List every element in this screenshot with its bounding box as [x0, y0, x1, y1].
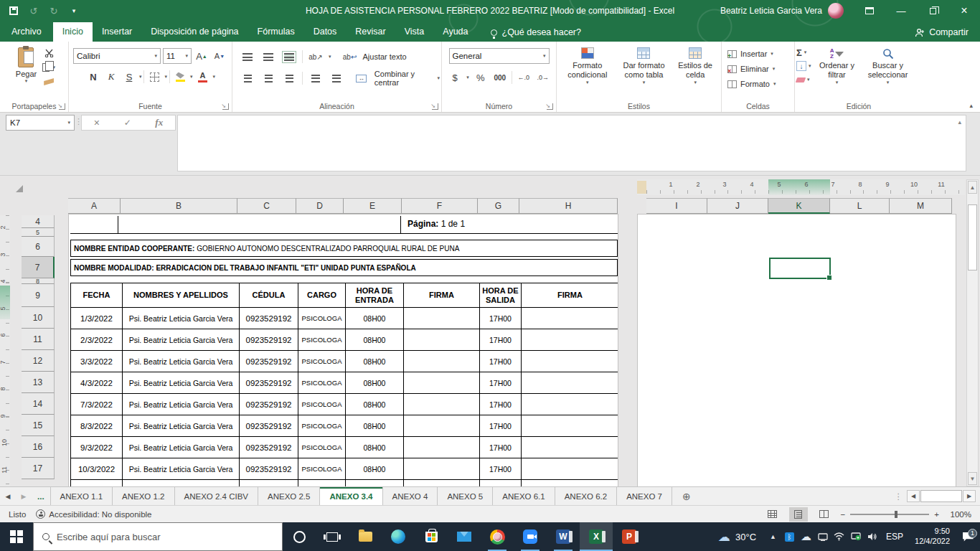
table-cell[interactable]: 0923529192	[240, 308, 298, 329]
ribbon-tab-datos[interactable]: Datos	[304, 22, 347, 42]
table-cell[interactable]	[404, 372, 480, 393]
row-header-16[interactable]: 16	[22, 436, 55, 458]
table-cell[interactable]	[522, 329, 618, 350]
language-indicator[interactable]: ESP	[880, 532, 909, 542]
table-cell[interactable]	[522, 394, 618, 415]
borders-icon[interactable]	[146, 69, 162, 85]
table-cell[interactable]	[522, 308, 618, 329]
table-cell[interactable]: 17H00	[480, 372, 522, 393]
sheet-ellipsis[interactable]: ...	[32, 487, 50, 505]
onedrive-icon[interactable]: ☁	[798, 530, 814, 543]
sheet-tab-anexo-1-1[interactable]: ANEXO 1.1	[50, 487, 113, 505]
table-header-cell[interactable]: FIRMA	[404, 283, 480, 307]
horizontal-scrollbar[interactable]: ◀ ▶	[907, 490, 976, 502]
restore-icon[interactable]	[917, 0, 948, 22]
column-header-L[interactable]: L	[830, 198, 890, 214]
row-header-12[interactable]: 12	[22, 350, 55, 372]
table-cell[interactable]: 0923529192	[240, 351, 298, 372]
table-cell[interactable]: 7/3/2022	[71, 394, 123, 415]
word-button[interactable]: W	[547, 522, 580, 551]
hscroll-right-icon[interactable]: ▶	[963, 490, 976, 502]
table-cell[interactable]	[522, 372, 618, 393]
table-cell[interactable]	[404, 458, 480, 479]
table-cell[interactable]: 17H00	[480, 458, 522, 479]
table-cell[interactable]: PSICOLOGA	[298, 437, 346, 458]
file-explorer-button[interactable]	[349, 522, 382, 551]
table-cell[interactable]: 17H00	[480, 329, 522, 350]
row-header-13[interactable]: 13	[22, 372, 55, 393]
zoom-in-icon[interactable]: +	[934, 510, 939, 519]
column-header-C[interactable]: C	[237, 198, 296, 214]
row-header-5[interactable]: 5	[22, 228, 55, 237]
wifi-icon[interactable]	[831, 532, 847, 541]
table-cell[interactable]	[404, 351, 480, 372]
column-header-J[interactable]: J	[707, 198, 768, 214]
vertical-scrollbar[interactable]: ▲ ▼	[966, 179, 979, 486]
collapse-ribbon-icon[interactable]: ▴	[969, 102, 973, 109]
hscroll-left-icon[interactable]: ◀	[907, 490, 920, 502]
table-cell[interactable]: PSICOLOGA	[298, 329, 346, 350]
row-header-4[interactable]: 4	[22, 215, 55, 228]
table-cell[interactable]: 4/3/2022	[71, 372, 123, 393]
table-cell[interactable]	[404, 437, 480, 458]
increase-indent-icon[interactable]	[329, 70, 344, 86]
formula-input[interactable]	[177, 115, 966, 171]
row-header-7[interactable]: 7	[22, 257, 55, 278]
next-sheet-icon[interactable]: ▶	[16, 487, 32, 505]
font-size-select[interactable]: 11▾	[163, 48, 192, 64]
table-cell[interactable]	[522, 458, 618, 479]
sheet-tab-anexo-6-1[interactable]: ANEXO 6.1	[493, 487, 555, 505]
number-dialog-launcher-icon[interactable]	[547, 103, 553, 110]
format-cells-button[interactable]: Formato▾	[727, 78, 793, 90]
column-header-A[interactable]: A	[68, 198, 121, 214]
table-cell[interactable]: 17H00	[480, 415, 522, 436]
table-cell[interactable]: 17H00	[480, 437, 522, 458]
task-view-button[interactable]	[316, 522, 349, 551]
mail-button[interactable]	[448, 522, 481, 551]
table-cell[interactable]: 0923529192	[240, 329, 298, 350]
entity-cell[interactable]: NOMBRE ENTIDAD COOPERANTE: GOBIERNO AUTO…	[70, 240, 618, 257]
column-header-I[interactable]: I	[646, 198, 707, 214]
sheet-tab-anexo-5[interactable]: ANEXO 5	[438, 487, 493, 505]
sheet-tab-anexo-2-5[interactable]: ANEXO 2.5	[258, 487, 320, 505]
table-cell[interactable]	[404, 415, 480, 436]
weather-widget[interactable]: ☁ 30°C	[710, 529, 765, 545]
wrap-text-button[interactable]: Ajustar texto	[363, 52, 407, 61]
underline-button[interactable]: S	[121, 69, 137, 85]
table-cell[interactable]: 11/3/2022	[71, 480, 123, 486]
merge-center-icon[interactable]: ↔	[354, 70, 369, 86]
column-header-B[interactable]: B	[121, 198, 237, 214]
row-header-15[interactable]: 15	[22, 415, 55, 436]
table-cell[interactable]: PSICOLOGA	[298, 394, 346, 415]
clock[interactable]: 9:50 12/4/2022	[909, 527, 956, 547]
table-cell[interactable]: 08H00	[346, 437, 404, 458]
bluetooth-icon[interactable]: ᛒ	[781, 532, 798, 542]
table-cell[interactable]: PSICOLOGA	[298, 372, 346, 393]
table-cell[interactable]: 08H00	[346, 415, 404, 436]
bold-button[interactable]: N	[85, 69, 101, 85]
modality-cell[interactable]: NOMBRE MODALIDAD: ERRADICACION DEL TRABA…	[70, 259, 618, 276]
ribbon-tab-archivo[interactable]: Archivo	[0, 22, 53, 42]
table-cell[interactable]: 17H00	[480, 394, 522, 415]
ribbon-tab-inicio[interactable]: Inicio	[53, 22, 93, 42]
formula-bar-collapse-icon[interactable]: ▴	[958, 118, 961, 126]
prev-sheet-icon[interactable]: ◀	[0, 487, 16, 505]
zoom-app-button[interactable]	[514, 522, 547, 551]
table-cell[interactable]: 8/3/2022	[71, 415, 123, 436]
table-header-cell[interactable]: FIRMA	[522, 283, 618, 307]
table-cell[interactable]: 17H00	[480, 308, 522, 329]
merge-center-button[interactable]: Combinar y centrar	[374, 70, 433, 87]
action-center-button[interactable]: 1	[956, 532, 980, 542]
format-as-table-button[interactable]: Dar formato como tabla ▾	[618, 46, 669, 99]
row-header-9[interactable]: 9	[22, 284, 55, 307]
page-layout-view-icon[interactable]	[789, 507, 808, 522]
taskbar-search[interactable]: Escribe aquí para buscar	[33, 522, 283, 551]
decrease-decimal-icon[interactable]: .0→	[535, 70, 551, 85]
table-cell[interactable]: 08H00	[346, 394, 404, 415]
table-cell[interactable]: 17H00	[480, 480, 522, 486]
table-cell[interactable]: 08H00	[346, 308, 404, 329]
enter-icon[interactable]: ✓	[124, 118, 131, 128]
table-cell[interactable]: 08H00	[346, 480, 404, 486]
align-middle-icon[interactable]	[260, 49, 276, 65]
display-status-icon[interactable]	[847, 532, 864, 541]
